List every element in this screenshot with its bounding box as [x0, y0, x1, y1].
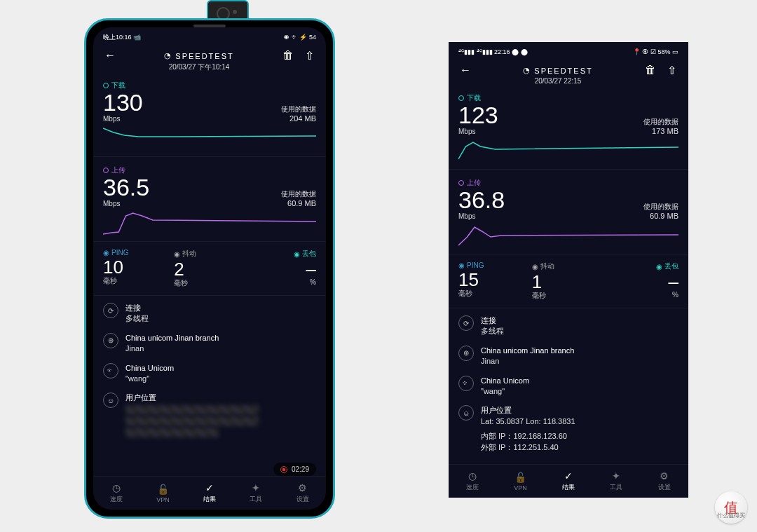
tab-speed[interactable]: ◷速度	[93, 477, 139, 510]
share-button[interactable]: ⇧	[302, 48, 316, 62]
recording-pill[interactable]: 02:29	[273, 463, 316, 476]
app-header: ← ◔ SPEEDTEST 20/03/27 下午10:14 🗑 ⇧	[93, 44, 326, 75]
tab-results[interactable]: ✓结果	[545, 465, 592, 498]
tab-tools[interactable]: ✦工具	[233, 477, 279, 510]
wifi-icon: ᯤ	[103, 363, 118, 378]
ping-value: 15	[458, 271, 532, 289]
gear-icon: ⚙	[298, 482, 307, 493]
download-graph	[103, 124, 316, 151]
globe-icon: ⊕	[103, 333, 118, 348]
ping-value: 10	[103, 258, 174, 276]
tab-settings[interactable]: ⚙设置	[280, 477, 326, 510]
internal-ip: 内部 IP：192.168.123.60	[481, 431, 575, 442]
lock-icon: 🔓	[157, 484, 169, 495]
wand-icon: ✦	[252, 482, 260, 493]
delete-button[interactable]: 🗑	[281, 48, 295, 62]
upload-icon	[103, 168, 109, 173]
upload-used-label: 使用的数据	[643, 202, 678, 212]
connection-icon: ⟳	[458, 315, 474, 331]
isp-row[interactable]: ⊕ China unicom Jinan branchJinan	[93, 329, 326, 359]
right-device: ⁴ᴳ▮▮▮ ⁴ᴳ▮▮▮ 22:16 ⬤ ⬤ 📍 ⦿ ☑ 58% ▭ ← ◔ SP…	[449, 42, 688, 498]
upload-graph	[458, 221, 678, 248]
app-title: ◔ SPEEDTEST	[523, 66, 592, 75]
download-icon	[103, 83, 109, 88]
upload-used-label: 使用的数据	[281, 189, 316, 199]
loss-value: –	[245, 260, 316, 278]
app-header: ← ◔ SPEEDTEST 20/03/27 22:15 🗑 ⇧	[449, 59, 688, 88]
redacted-line	[125, 428, 219, 437]
share-button[interactable]: ⇧	[664, 63, 678, 77]
upload-unit: Mbps	[458, 212, 505, 220]
result-timestamp: 20/03/27 下午10:14	[117, 62, 281, 72]
tab-vpn[interactable]: 🔓VPN	[139, 477, 186, 510]
redacted-line	[125, 405, 259, 415]
user-icon: ☺	[103, 393, 118, 408]
record-time: 02:29	[292, 465, 309, 473]
network-row[interactable]: ᯤ China Unicom"wang"	[449, 371, 688, 402]
check-icon: ✓	[205, 482, 214, 493]
result-timestamp: 20/03/27 22:15	[472, 77, 643, 85]
globe-icon: ⊕	[458, 346, 474, 361]
upload-section: 上传 36.5 Mbps 使用的数据 60.9 MB	[93, 160, 326, 238]
status-right: 📍 ⦿ ☑ 58% ▭	[633, 48, 678, 55]
left-device: 晚上10:16 📹 ⦿ ᯤ ⚡ 54 ← ◔ SPEEDTEST 20/03/2…	[84, 0, 335, 519]
record-icon	[280, 466, 287, 473]
upload-used-value: 60.9 MB	[281, 199, 316, 207]
tab-vpn[interactable]: 🔓VPN	[496, 465, 544, 498]
download-speed: 130	[103, 90, 143, 114]
download-used-label: 使用的数据	[643, 117, 678, 127]
delete-button[interactable]: 🗑	[643, 63, 657, 77]
gauge-icon: ◷	[468, 470, 477, 482]
status-bar: 晚上10:16 📹 ⦿ ᯤ ⚡ 54	[93, 30, 326, 44]
upload-speed: 36.5	[103, 175, 149, 199]
ping-section: ◉PING 15 毫秒 ◉抖动 1 毫秒 ◉丢包 – %	[449, 257, 688, 305]
wifi-icon: ᯤ	[458, 376, 474, 391]
download-used-value: 204 MB	[281, 114, 316, 123]
download-used-label: 使用的数据	[281, 104, 316, 114]
download-section: 下载 123 Mbps 使用的数据 173 MB	[449, 88, 688, 166]
upload-icon	[458, 180, 464, 186]
network-row[interactable]: ᯤ China Unicom"wang"	[93, 359, 326, 389]
tab-bar: ◷速度 🔓VPN ✓结果 ✦工具 ⚙设置	[93, 476, 326, 510]
location-row[interactable]: ☺ 用户位置 Lat: 35.0837 Lon: 118.3831 内部 IP：…	[449, 401, 688, 457]
tab-settings[interactable]: ⚙设置	[641, 465, 688, 498]
download-used-value: 173 MB	[643, 127, 678, 135]
download-icon	[458, 95, 464, 101]
download-graph	[458, 137, 678, 163]
smzdm-watermark: 值 什么值得买	[715, 491, 747, 524]
wand-icon: ✦	[612, 470, 620, 482]
right-screen: ⁴ᴳ▮▮▮ ⁴ᴳ▮▮▮ 22:16 ⬤ ⬤ 📍 ⦿ ☑ 58% ▭ ← ◔ SP…	[449, 42, 688, 498]
tab-results[interactable]: ✓结果	[186, 477, 233, 510]
tab-speed[interactable]: ◷速度	[449, 465, 496, 498]
upload-section: 上传 36.8 Mbps 使用的数据 60.9 MB	[449, 172, 688, 251]
status-right: ⦿ ᯤ ⚡ 54	[283, 34, 316, 41]
back-button[interactable]: ←	[103, 48, 117, 62]
tab-bar: ◷速度 🔓VPN ✓结果 ✦工具 ⚙设置	[449, 464, 688, 498]
status-left: 晚上10:16 📹	[103, 33, 141, 42]
upload-unit: Mbps	[103, 200, 149, 207]
phone-bezel: 晚上10:16 📹 ⦿ ᯤ ⚡ 54 ← ◔ SPEEDTEST 20/03/2…	[84, 18, 335, 519]
left-screen: 晚上10:16 📹 ⦿ ᯤ ⚡ 54 ← ◔ SPEEDTEST 20/03/2…	[93, 27, 326, 510]
loss-value: –	[605, 273, 678, 291]
download-unit: Mbps	[458, 128, 498, 135]
external-ip: 外部 IP：112.251.5.40	[481, 442, 575, 453]
lock-icon: 🔓	[514, 472, 526, 483]
upload-speed: 36.8	[458, 188, 505, 212]
check-icon: ✓	[564, 470, 573, 482]
upload-graph	[103, 209, 316, 236]
gear-icon: ⚙	[660, 470, 669, 482]
connection-row[interactable]: ⟳ 连接多线程	[93, 299, 326, 329]
tab-tools[interactable]: ✦工具	[592, 465, 640, 498]
connection-icon: ⟳	[103, 303, 118, 318]
redacted-line	[125, 416, 259, 426]
jitter-value: 2	[174, 260, 245, 278]
app-title: ◔ SPEEDTEST	[164, 51, 233, 60]
isp-row[interactable]: ⊕ China unicom Jinan branchJinan	[449, 341, 688, 371]
connection-row[interactable]: ⟳ 连接多线程	[449, 311, 688, 341]
location-coords: Lat: 35.0837 Lon: 118.3831	[481, 416, 575, 427]
back-button[interactable]: ←	[458, 63, 472, 77]
download-section: 下载 130 Mbps 使用的数据 204 MB	[93, 75, 326, 154]
gauge-icon: ◷	[112, 482, 121, 493]
download-speed: 123	[458, 103, 498, 127]
location-row[interactable]: ☺ 用户位置	[93, 388, 326, 442]
